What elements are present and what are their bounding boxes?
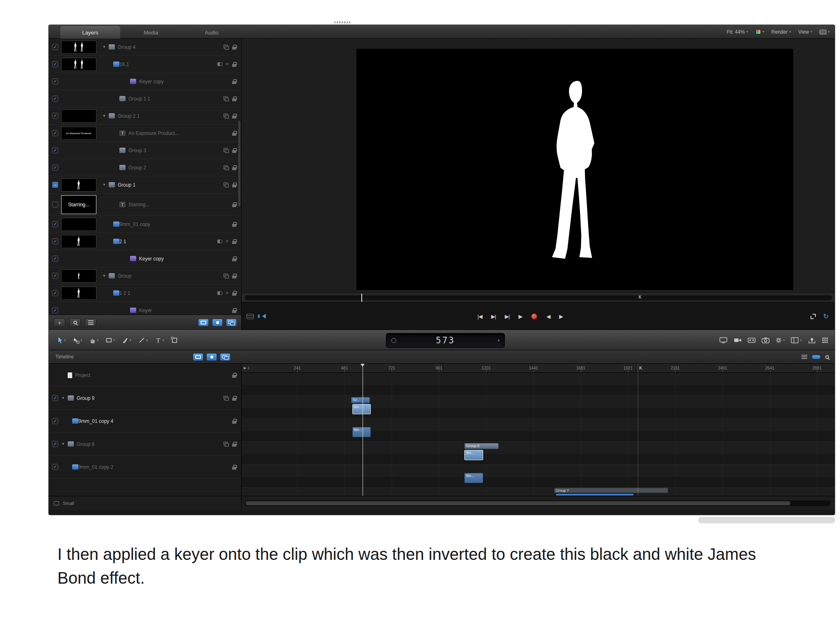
display-dropdown[interactable]: ▾ [819,30,830,34]
layer-row-5[interactable]: ✓▼Group 2 1 [49,107,241,125]
share-button[interactable] [808,337,816,343]
disclosure-triangle-icon[interactable]: ▼ [62,442,68,446]
play-from-start-button[interactable]: ▶| [491,313,495,320]
show-audio-button[interactable] [220,354,230,361]
rectangle-tool[interactable]: ▾ [104,335,116,345]
add-layer-button[interactable]: + [54,318,65,327]
zoom-slider[interactable] [812,355,820,359]
tab-layers[interactable]: Layers [60,26,120,39]
timeline-hscrollbar[interactable] [245,500,831,506]
film-button[interactable] [748,337,756,343]
prev-frame-button[interactable]: ▶| [505,313,509,320]
timeline-track-4[interactable]: ✓▼Group 8 [49,433,241,456]
timeline-track-2[interactable]: ✓▼Group 9 [49,387,241,410]
bezier-tool[interactable]: ▾ [120,335,133,345]
window-drag-handle[interactable] [334,21,351,23]
canvas-viewer[interactable] [356,49,793,290]
activation-checkbox[interactable]: ✓ [52,96,58,102]
layer-row-8[interactable]: ✓Group 2 [49,159,241,176]
disclosure-triangle-icon[interactable]: ▼ [103,45,109,49]
duplicate-view-button[interactable] [226,319,236,326]
activation-checkbox[interactable]: ✓ [52,130,58,136]
activation-checkbox[interactable]: ✓ [52,273,58,279]
range-end-marker[interactable]: K [639,365,642,370]
layer-row-14[interactable]: ✓▼Group [49,267,241,285]
record-button[interactable] [531,313,537,320]
timeline-clip[interactable]: Group 7 [554,488,668,493]
step-back-button[interactable]: ◀ [546,313,550,320]
layer-row-4[interactable]: ✓Group 1 1 [49,90,241,107]
activation-checkbox[interactable]: ✓ [52,256,58,262]
zoom-icon[interactable] [825,355,829,359]
show-hud-button[interactable] [199,319,208,326]
overlay-icon[interactable] [247,314,254,319]
layer-row-2[interactable]: ✓▼16.1= [49,56,241,73]
layer-row-12[interactable]: ✓▼2 1= [49,233,241,250]
activation-checkbox[interactable]: ✓ [52,464,58,470]
tab-media[interactable]: Media [121,26,181,39]
layers-scrollbar[interactable] [238,121,240,207]
layer-row-3[interactable]: ✓Keyer copy [49,73,241,90]
render-dropdown[interactable]: Render ▾ [772,29,791,35]
layer-row-13[interactable]: ✓Keyer copy [49,250,241,267]
hscrollbar-handle[interactable] [246,501,790,505]
line-tool[interactable]: ▾ [137,335,149,345]
timeline-track-3[interactable]: ✓9mm_01 copy 4 [49,410,241,433]
mini-playhead[interactable] [361,294,362,302]
activation-checkbox[interactable]: ✓ [52,290,58,296]
activation-checkbox[interactable]: ✓ [52,147,58,153]
layer-row-10[interactable]: Starring...TStarring... [49,194,241,216]
timeline-clip[interactable]: 9m... [464,450,483,460]
activation-checkbox[interactable]: ✓ [52,418,58,424]
layer-row-15[interactable]: ✓▼1 2 1= [49,285,241,302]
crop-tool[interactable] [169,335,180,345]
fullscreen-icon[interactable] [810,314,816,319]
mini-timeline[interactable]: K [242,292,835,302]
activation-checkbox[interactable]: ✓ [52,78,58,84]
loop-icon[interactable]: ↻ [823,313,829,320]
activation-checkbox[interactable]: – [52,182,58,188]
camera-button[interactable] [734,337,742,343]
record-animation-button[interactable] [212,319,222,326]
page-scrollbar[interactable] [698,517,835,523]
text-tool[interactable]: T▾ [153,335,166,345]
jump-to-start-button[interactable]: |◀ [477,313,482,320]
tab-audio[interactable]: Audio [182,26,242,39]
timeline-clip[interactable]: Group 8 [464,443,499,449]
range-end-marker[interactable]: K [639,294,641,299]
track-height-icon[interactable] [801,356,807,357]
grid-button[interactable] [822,337,828,343]
timeline-clip[interactable]: 9m... [352,404,371,414]
timeline-clip[interactable]: 9m... [464,473,483,483]
play-button[interactable]: ▶ [518,313,522,320]
search-button[interactable] [69,318,81,327]
layer-row-9[interactable]: –▼Group 1 [49,176,241,194]
layer-row-7[interactable]: ✓Group 3 [49,142,241,159]
list-view-button[interactable] [85,318,96,327]
gear-button[interactable]: ▾ [776,337,785,343]
view-dropdown[interactable]: View ▾ [798,29,812,35]
activation-checkbox[interactable]: ✓ [52,164,58,171]
disclosure-triangle-icon[interactable]: ▼ [62,396,68,400]
activation-checkbox[interactable]: ✓ [52,441,58,447]
record-button[interactable] [207,354,217,361]
select-tool[interactable]: ▾ [55,335,67,345]
activation-checkbox[interactable]: ✓ [52,238,58,244]
layout-button[interactable]: ▾ [791,337,801,343]
activation-checkbox[interactable]: ✓ [52,221,58,227]
layer-row-11[interactable]: ✓9mm_01 copy [49,216,241,233]
timeline-ruler[interactable]: ▶ 12414817219611201144116811921216124012… [242,364,835,373]
color-dropdown[interactable]: ▾ [756,29,764,34]
timeline-clip[interactable]: Gr... [351,397,370,403]
mini-timeline-track[interactable] [245,295,832,300]
activation-checkbox[interactable]: ✓ [52,307,58,313]
timeline-track-5[interactable]: ✓9mm_01 copy 2 [49,456,241,479]
monitor-button[interactable] [719,337,727,343]
timeline-clip[interactable]: 9m... [352,427,371,437]
layer-row-6[interactable]: ✓An Exposure ProductioTAn Exposure Produ… [49,125,241,142]
activation-checkbox[interactable]: ✓ [52,395,58,401]
transform-tool[interactable]: ▾ [71,335,84,345]
layer-row-1[interactable]: ✓▼Group 4 [49,39,241,56]
activation-checkbox[interactable]: ✓ [52,61,58,67]
pan-tool[interactable]: ▾ [87,335,100,345]
